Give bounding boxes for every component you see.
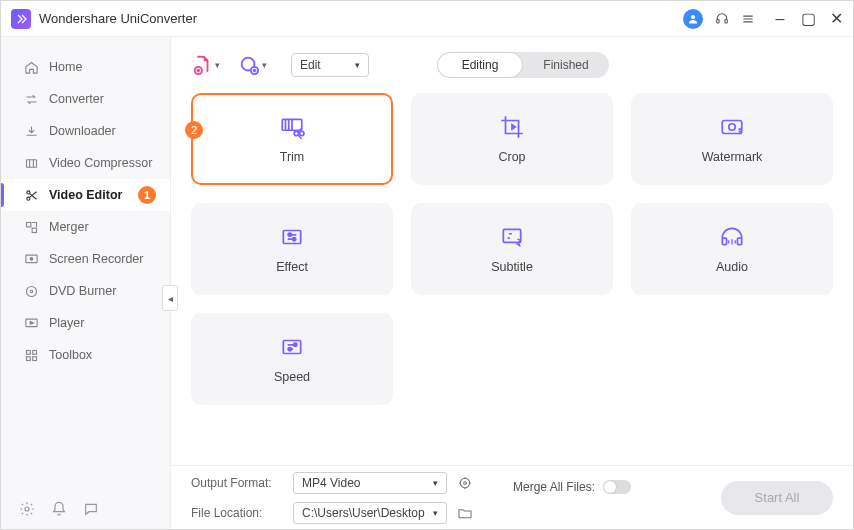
tile-label: Subtitle xyxy=(491,260,533,274)
toolbar: ▾ ▾ Edit ▾ Editing Finished xyxy=(171,37,853,93)
start-all-button[interactable]: Start All xyxy=(721,481,833,515)
svg-point-11 xyxy=(30,290,33,293)
sidebar-item-merger[interactable]: Merger xyxy=(1,211,170,243)
svg-rect-1 xyxy=(717,19,719,23)
annotation-badge-2: 2 xyxy=(185,121,203,139)
add-url-button[interactable]: ▾ xyxy=(238,54,267,76)
file-location-value: C:\Users\User\Desktop xyxy=(302,506,425,520)
converter-icon xyxy=(23,91,39,107)
merger-icon xyxy=(23,219,39,235)
window-minimize-button[interactable]: – xyxy=(773,12,787,26)
sidebar-item-label: DVD Burner xyxy=(49,284,116,298)
compress-icon xyxy=(23,155,39,171)
tile-label: Crop xyxy=(498,150,525,164)
output-format-label: Output Format: xyxy=(191,476,283,490)
sidebar-item-label: Screen Recorder xyxy=(49,252,144,266)
sidebar-item-downloader[interactable]: Downloader xyxy=(1,115,170,147)
svg-point-34 xyxy=(288,348,291,351)
output-format-value: MP4 Video xyxy=(302,476,360,490)
svg-point-5 xyxy=(26,197,29,200)
app-logo xyxy=(11,9,31,29)
tile-label: Watermark xyxy=(702,150,763,164)
settings-icon[interactable] xyxy=(19,501,35,517)
tile-speed[interactable]: Speed xyxy=(191,313,393,405)
format-settings-icon[interactable] xyxy=(457,475,473,491)
tile-watermark[interactable]: Watermark xyxy=(631,93,833,185)
sidebar-item-player[interactable]: Player xyxy=(1,307,170,339)
feedback-icon[interactable] xyxy=(83,501,99,517)
tile-effect[interactable]: Effect xyxy=(191,203,393,295)
svg-rect-14 xyxy=(32,350,36,354)
svg-rect-16 xyxy=(32,356,36,360)
app-title: Wondershare UniConverter xyxy=(39,11,197,26)
sidebar-item-converter[interactable]: Converter xyxy=(1,83,170,115)
disc-icon xyxy=(23,283,39,299)
audio-icon xyxy=(719,224,745,250)
bell-icon[interactable] xyxy=(51,501,67,517)
sidebar-item-label: Downloader xyxy=(49,124,116,138)
sidebar-item-dvd-burner[interactable]: DVD Burner xyxy=(1,275,170,307)
svg-point-35 xyxy=(460,478,469,487)
window-close-button[interactable]: ✕ xyxy=(829,12,843,26)
tile-audio[interactable]: Audio xyxy=(631,203,833,295)
tile-crop[interactable]: Crop xyxy=(411,93,613,185)
download-icon xyxy=(23,123,39,139)
sidebar-item-label: Video Editor xyxy=(49,188,122,202)
svg-point-33 xyxy=(294,343,297,346)
add-file-icon xyxy=(191,54,213,76)
effect-icon xyxy=(279,224,305,250)
add-url-icon xyxy=(238,54,260,76)
chevron-down-icon: ▾ xyxy=(433,478,438,488)
tile-subtitle[interactable]: Subtitle xyxy=(411,203,613,295)
play-icon xyxy=(23,315,39,331)
sidebar-collapse-button[interactable]: ◂ xyxy=(162,285,178,311)
svg-point-28 xyxy=(293,238,296,241)
output-format-select[interactable]: MP4 Video ▾ xyxy=(293,472,447,494)
add-file-button[interactable]: ▾ xyxy=(191,54,220,76)
grid-icon xyxy=(23,347,39,363)
tile-label: Effect xyxy=(276,260,308,274)
edit-dropdown[interactable]: Edit ▾ xyxy=(291,53,369,77)
merge-all-files-toggle[interactable] xyxy=(603,480,631,494)
tile-trim[interactable]: 2 Trim xyxy=(191,93,393,185)
tile-label: Speed xyxy=(274,370,310,384)
svg-rect-7 xyxy=(32,228,36,232)
edit-dropdown-label: Edit xyxy=(300,58,321,72)
chevron-down-icon: ▾ xyxy=(262,60,267,70)
speed-icon xyxy=(279,334,305,360)
hamburger-icon[interactable] xyxy=(741,12,755,26)
chevron-down-icon: ▾ xyxy=(355,60,360,70)
watermark-icon xyxy=(719,114,745,140)
tab-editing[interactable]: Editing xyxy=(437,52,523,78)
chevron-down-icon: ▾ xyxy=(215,60,220,70)
svg-point-17 xyxy=(25,507,29,511)
sidebar: Home Converter Downloader Video Compress… xyxy=(1,37,171,529)
svg-rect-2 xyxy=(725,19,727,23)
scissors-icon xyxy=(23,187,39,203)
svg-rect-31 xyxy=(737,238,741,245)
segmented-control: Editing Finished xyxy=(437,52,609,78)
svg-point-23 xyxy=(300,131,304,135)
svg-point-27 xyxy=(288,233,291,236)
sidebar-item-home[interactable]: Home xyxy=(1,51,170,83)
sidebar-item-video-editor[interactable]: Video Editor 1 xyxy=(1,179,170,211)
svg-point-0 xyxy=(691,15,695,19)
window-maximize-button[interactable]: ▢ xyxy=(801,12,815,26)
tab-finished[interactable]: Finished xyxy=(523,52,609,78)
home-icon xyxy=(23,59,39,75)
svg-rect-15 xyxy=(26,356,30,360)
file-location-select[interactable]: C:\Users\User\Desktop ▾ xyxy=(293,502,447,524)
tile-label: Audio xyxy=(716,260,748,274)
svg-rect-6 xyxy=(26,222,30,226)
sidebar-item-video-compressor[interactable]: Video Compressor xyxy=(1,147,170,179)
sidebar-item-toolbox[interactable]: Toolbox xyxy=(1,339,170,371)
folder-open-icon[interactable] xyxy=(457,505,473,521)
bottom-bar: Output Format: MP4 Video ▾ File Location… xyxy=(171,465,853,529)
crop-icon xyxy=(499,114,525,140)
user-avatar-icon[interactable] xyxy=(683,9,703,29)
sidebar-item-screen-recorder[interactable]: Screen Recorder xyxy=(1,243,170,275)
titlebar-right: – ▢ ✕ xyxy=(683,9,843,29)
svg-rect-30 xyxy=(722,238,726,245)
sidebar-item-label: Merger xyxy=(49,220,89,234)
headset-icon[interactable] xyxy=(715,12,729,26)
